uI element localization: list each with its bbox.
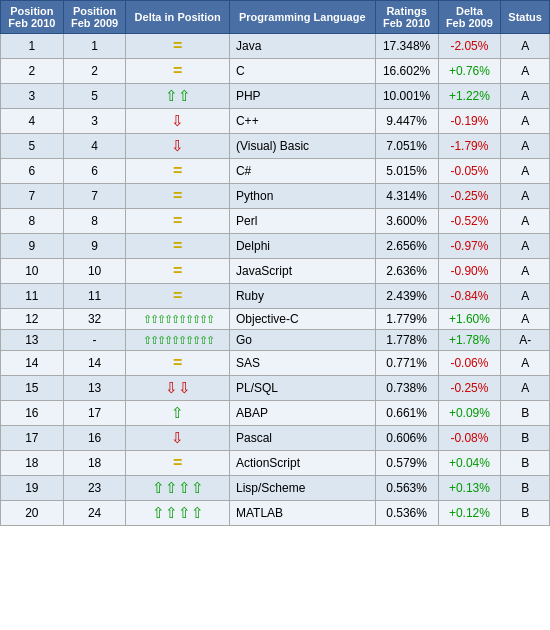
cell-pos2009: 18: [63, 451, 126, 476]
cell-lang: Python: [229, 184, 375, 209]
cell-rating: 1.778%: [375, 330, 438, 351]
cell-rating: 1.779%: [375, 309, 438, 330]
cell-lang: Perl: [229, 209, 375, 234]
cell-delta-rating: +0.76%: [438, 59, 501, 84]
table-row: 18 18 = ActionScript 0.579% +0.04% B: [1, 451, 550, 476]
cell-pos2009: 1: [63, 34, 126, 59]
cell-delta-rating: -1.79%: [438, 134, 501, 159]
table-row: 8 8 = Perl 3.600% -0.52% A: [1, 209, 550, 234]
cell-pos2009: 4: [63, 134, 126, 159]
table-row: 12 32 ⇧⇧⇧⇧⇧⇧⇧⇧⇧⇧ Objective-C 1.779% +1.6…: [1, 309, 550, 330]
table-row: 5 4 ⇩ (Visual) Basic 7.051% -1.79% A: [1, 134, 550, 159]
cell-pos2010: 9: [1, 234, 64, 259]
cell-pos2009: 17: [63, 401, 126, 426]
table-row: 14 14 = SAS 0.771% -0.06% A: [1, 351, 550, 376]
cell-rating: 2.439%: [375, 284, 438, 309]
table-row: 17 16 ⇩ Pascal 0.606% -0.08% B: [1, 426, 550, 451]
cell-delta-pos: =: [126, 234, 230, 259]
cell-pos2009: 24: [63, 501, 126, 526]
table-row: 10 10 = JavaScript 2.636% -0.90% A: [1, 259, 550, 284]
cell-pos2010: 14: [1, 351, 64, 376]
cell-status: A: [501, 209, 550, 234]
table-row: 11 11 = Ruby 2.439% -0.84% A: [1, 284, 550, 309]
cell-lang: Objective-C: [229, 309, 375, 330]
cell-pos2009: 6: [63, 159, 126, 184]
cell-pos2010: 19: [1, 476, 64, 501]
cell-rating: 9.447%: [375, 109, 438, 134]
cell-lang: Pascal: [229, 426, 375, 451]
table-row: 2 2 = C 16.602% +0.76% A: [1, 59, 550, 84]
table-row: 19 23 ⇧⇧⇧⇧ Lisp/Scheme 0.563% +0.13% B: [1, 476, 550, 501]
cell-delta-rating: -0.25%: [438, 184, 501, 209]
cell-delta-rating: +1.22%: [438, 84, 501, 109]
cell-status: A: [501, 284, 550, 309]
cell-pos2010: 7: [1, 184, 64, 209]
cell-pos2010: 10: [1, 259, 64, 284]
cell-rating: 2.636%: [375, 259, 438, 284]
cell-lang: (Visual) Basic: [229, 134, 375, 159]
cell-pos2010: 18: [1, 451, 64, 476]
cell-rating: 4.314%: [375, 184, 438, 209]
cell-lang: Ruby: [229, 284, 375, 309]
table-row: 6 6 = C# 5.015% -0.05% A: [1, 159, 550, 184]
cell-status: A: [501, 259, 550, 284]
cell-delta-pos: ⇧⇧: [126, 84, 230, 109]
cell-rating: 7.051%: [375, 134, 438, 159]
cell-status: A: [501, 376, 550, 401]
cell-pos2009: 9: [63, 234, 126, 259]
cell-lang: JavaScript: [229, 259, 375, 284]
cell-pos2010: 3: [1, 84, 64, 109]
col-header-lang: Programming Language: [229, 1, 375, 34]
cell-status: B: [501, 426, 550, 451]
cell-delta-pos: ⇧⇧⇧⇧⇧⇧⇧⇧⇧⇧: [126, 309, 230, 330]
cell-lang: PL/SQL: [229, 376, 375, 401]
cell-lang: C#: [229, 159, 375, 184]
cell-status: A: [501, 159, 550, 184]
cell-delta-pos: ⇧⇧⇧⇧: [126, 501, 230, 526]
cell-pos2009: 16: [63, 426, 126, 451]
cell-pos2010: 1: [1, 34, 64, 59]
cell-status: A: [501, 184, 550, 209]
cell-lang: SAS: [229, 351, 375, 376]
cell-delta-pos: ⇩: [126, 109, 230, 134]
cell-status: A: [501, 309, 550, 330]
cell-delta-pos: =: [126, 284, 230, 309]
cell-delta-rating: +0.09%: [438, 401, 501, 426]
cell-pos2010: 16: [1, 401, 64, 426]
cell-lang: PHP: [229, 84, 375, 109]
cell-status: B: [501, 451, 550, 476]
rankings-table: PositionFeb 2010 PositionFeb 2009 Delta …: [0, 0, 550, 526]
col-header-status: Status: [501, 1, 550, 34]
col-header-pos2010: PositionFeb 2010: [1, 1, 64, 34]
cell-delta-rating: +0.12%: [438, 501, 501, 526]
col-header-delta-pos: Delta in Position: [126, 1, 230, 34]
cell-delta-pos: =: [126, 159, 230, 184]
cell-lang: Java: [229, 34, 375, 59]
cell-delta-pos: ⇧⇧⇧⇧: [126, 476, 230, 501]
table-row: 4 3 ⇩ C++ 9.447% -0.19% A: [1, 109, 550, 134]
table-row: 7 7 = Python 4.314% -0.25% A: [1, 184, 550, 209]
cell-rating: 16.602%: [375, 59, 438, 84]
cell-delta-pos: ⇩: [126, 134, 230, 159]
cell-rating: 0.606%: [375, 426, 438, 451]
cell-pos2009: 23: [63, 476, 126, 501]
cell-lang: Lisp/Scheme: [229, 476, 375, 501]
cell-status: A: [501, 34, 550, 59]
table-row: 20 24 ⇧⇧⇧⇧ MATLAB 0.536% +0.12% B: [1, 501, 550, 526]
cell-status: B: [501, 501, 550, 526]
cell-lang: ABAP: [229, 401, 375, 426]
cell-lang: MATLAB: [229, 501, 375, 526]
cell-status: B: [501, 476, 550, 501]
cell-delta-rating: +0.13%: [438, 476, 501, 501]
table-row: 1 1 = Java 17.348% -2.05% A: [1, 34, 550, 59]
table-row: 15 13 ⇩⇩ PL/SQL 0.738% -0.25% A: [1, 376, 550, 401]
cell-delta-rating: +0.04%: [438, 451, 501, 476]
cell-delta-pos: =: [126, 59, 230, 84]
cell-pos2010: 4: [1, 109, 64, 134]
cell-pos2009: 2: [63, 59, 126, 84]
cell-lang: Go: [229, 330, 375, 351]
cell-delta-rating: +1.60%: [438, 309, 501, 330]
cell-pos2009: 11: [63, 284, 126, 309]
cell-pos2009: 13: [63, 376, 126, 401]
cell-lang: Delphi: [229, 234, 375, 259]
